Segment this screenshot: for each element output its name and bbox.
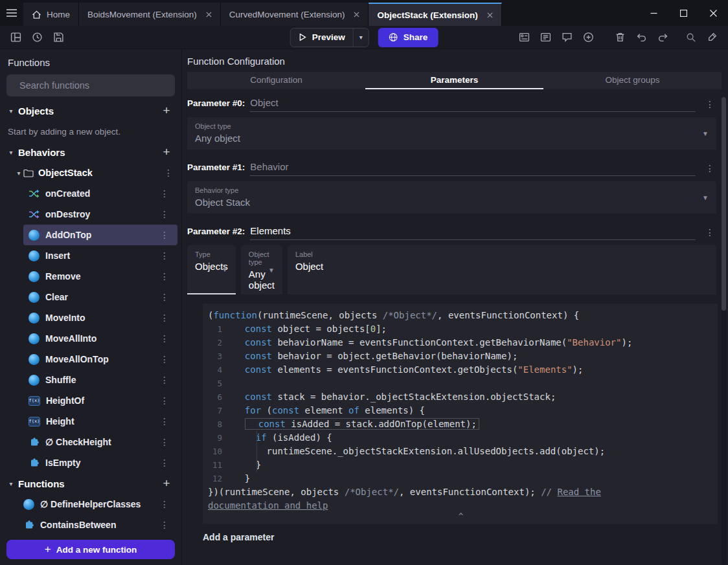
sidebar-section-behaviors[interactable]: ▾Behaviors+ [0, 142, 181, 162]
kebab-menu-icon[interactable]: ⋮ [159, 292, 170, 302]
preview-options-button[interactable]: ▾ [353, 28, 369, 47]
code-line[interactable]: 2 const behaviorName = eventsFunctionCon… [208, 336, 714, 349]
documentation-link[interactable]: documentation and help [208, 500, 328, 511]
kebab-menu-icon[interactable]: ⋮ [703, 163, 716, 176]
function-item-addontop[interactable]: AddOnTop⋮ [23, 225, 177, 245]
kebab-menu-icon[interactable]: ⋮ [159, 458, 170, 468]
code-line[interactable]: 11 } [208, 458, 714, 472]
function-item-moveallontop[interactable]: MoveAllOnTop⋮ [23, 349, 177, 370]
add-object-button[interactable] [579, 28, 598, 47]
code-line[interactable]: 1 const object = objects[0]; [208, 322, 714, 336]
select-field[interactable]: Behavior typeObject Stack▼ [187, 181, 716, 214]
function-item-moveallinto[interactable]: MoveAllInto⋮ [23, 328, 177, 349]
function-item-clear[interactable]: Clear⋮ [23, 287, 177, 307]
add-icon[interactable]: + [159, 476, 174, 491]
undo-button[interactable] [632, 28, 651, 47]
theme-button[interactable] [703, 28, 722, 47]
close-tab-icon[interactable] [206, 12, 212, 17]
close-window-button[interactable] [698, 0, 728, 26]
chevron-down-icon[interactable]: ▾ [6, 107, 16, 115]
code-line[interactable]: (function(runtimeScene, objects /*Object… [208, 309, 714, 322]
add-function-button[interactable]: + Add a new function [6, 540, 175, 559]
kebab-menu-icon[interactable]: ⋮ [159, 271, 170, 282]
code-line[interactable]: 6 const stack = behavior._objectStackExt… [208, 390, 714, 404]
minimize-button[interactable] [639, 0, 668, 26]
code-editor[interactable]: (function(runtimeScene, objects /*Object… [203, 304, 718, 524]
function-item-moveinto[interactable]: MoveInto⋮ [23, 307, 177, 328]
code-line[interactable]: 12 } [208, 472, 714, 485]
scrollbar[interactable] [722, 97, 726, 565]
code-line[interactable]: 7 for (const element of elements) { [208, 404, 714, 417]
kebab-menu-icon[interactable]: ⋮ [159, 354, 170, 364]
code-line[interactable]: 9 if (isAdded) { [208, 431, 714, 445]
parameter-name-input[interactable]: Object [250, 97, 696, 112]
kebab-menu-icon[interactable]: ⋮ [163, 168, 174, 178]
function-item-insert[interactable]: Insert⋮ [23, 245, 177, 266]
code-line[interactable]: 5 [208, 377, 714, 390]
code-line[interactable]: 4 const elements = eventsFunctionContext… [208, 363, 714, 377]
code-line[interactable]: documentation and help [208, 499, 714, 513]
history-button[interactable] [28, 28, 47, 47]
save-button[interactable] [49, 28, 68, 47]
objects-list-button[interactable] [515, 28, 534, 47]
add-icon[interactable]: + [159, 145, 174, 159]
select-field[interactable]: TypeObjects▼ [187, 245, 236, 294]
kebab-menu-icon[interactable]: ⋮ [703, 227, 716, 240]
scrollbar-thumb[interactable] [722, 97, 726, 311]
parameter-name-input[interactable]: Elements [250, 225, 696, 240]
kebab-menu-icon[interactable]: ⋮ [159, 230, 170, 240]
kebab-menu-icon[interactable]: ⋮ [159, 313, 170, 323]
redo-button[interactable] [654, 28, 672, 47]
function-item-remove[interactable]: Remove⋮ [23, 266, 177, 287]
kebab-menu-icon[interactable]: ⋮ [159, 416, 170, 427]
kebab-menu-icon[interactable]: ⋮ [159, 520, 170, 530]
preview-main[interactable]: Preview [291, 28, 353, 47]
code-line[interactable]: 10 runtimeScene._objectStackExtension.al… [208, 445, 714, 458]
function-item-checkheight[interactable]: ∅ CheckHeight⋮ [23, 432, 177, 452]
function-item-heightof[interactable]: f(x)HeightOf⋮ [23, 390, 177, 411]
chevron-down-icon[interactable]: ▾ [6, 149, 16, 156]
tab-objectstack[interactable]: ObjectStack (Extension) [369, 3, 501, 26]
code-collapse-handle[interactable]: ^ [208, 513, 714, 523]
close-tab-icon[interactable] [354, 12, 359, 17]
kebab-menu-icon[interactable]: ⋮ [159, 250, 170, 261]
search-input[interactable] [19, 80, 168, 91]
tab-curvedmovement[interactable]: CurvedMovement (Extension) [221, 3, 369, 26]
function-item-definehelperclasses[interactable]: ∅ DefineHelperClasses⋮ [18, 494, 177, 515]
maximize-button[interactable] [668, 0, 698, 26]
behavior-group-objectstack[interactable]: ▾ObjectStack⋮ [0, 162, 181, 183]
kebab-menu-icon[interactable]: ⋮ [159, 437, 170, 447]
kebab-menu-icon[interactable]: ⋮ [159, 333, 170, 344]
function-item-ondestroy[interactable]: onDestroy⋮ [23, 204, 177, 225]
menu-button[interactable] [0, 0, 23, 26]
kebab-menu-icon[interactable]: ⋮ [159, 395, 170, 406]
layout-panels-button[interactable] [6, 28, 25, 47]
sidebar-section-objects[interactable]: ▾Objects+ [0, 100, 181, 121]
code-line[interactable]: 3 const behavior = object.getBehavior(be… [208, 349, 714, 363]
chevron-down-icon[interactable]: ▾ [14, 170, 23, 177]
function-item-containsbetween[interactable]: ContainsBetween⋮ [18, 515, 177, 535]
share-button[interactable]: Share [378, 28, 438, 47]
tab-boidsmovement[interactable]: BoidsMovement (Extension) [79, 3, 221, 26]
code-line[interactable]: 8 const isAdded = stack.addOnTop(element… [208, 417, 714, 431]
close-tab-icon[interactable] [487, 12, 493, 18]
chevron-down-icon[interactable]: ▾ [6, 480, 16, 487]
comments-button[interactable] [558, 28, 576, 47]
function-item-height[interactable]: f(x)Height⋮ [23, 411, 177, 432]
text-field[interactable]: LabelObject [288, 245, 716, 294]
kebab-menu-icon[interactable]: ⋮ [159, 188, 170, 199]
select-field[interactable]: Object typeAny object▼ [187, 117, 716, 150]
sidebar-section-functions[interactable]: ▾Functions+ [0, 473, 181, 494]
function-item-oncreated[interactable]: onCreated⋮ [23, 183, 177, 204]
kebab-menu-icon[interactable]: ⋮ [159, 375, 170, 385]
code-line[interactable]: })(runtimeScene, objects /*Object*/, eve… [208, 485, 714, 499]
function-item-shuffle[interactable]: Shuffle⋮ [23, 370, 177, 390]
kebab-menu-icon[interactable]: ⋮ [159, 499, 170, 509]
tab-configuration[interactable]: Configuration [187, 72, 365, 89]
function-item-isempty[interactable]: IsEmpty⋮ [23, 452, 177, 473]
parameter-name-input[interactable]: Behavior [250, 161, 696, 176]
instances-list-button[interactable] [536, 28, 555, 47]
search-box[interactable] [6, 74, 175, 96]
preview-button[interactable]: Preview ▾ [290, 28, 369, 47]
search-button[interactable] [681, 28, 700, 47]
